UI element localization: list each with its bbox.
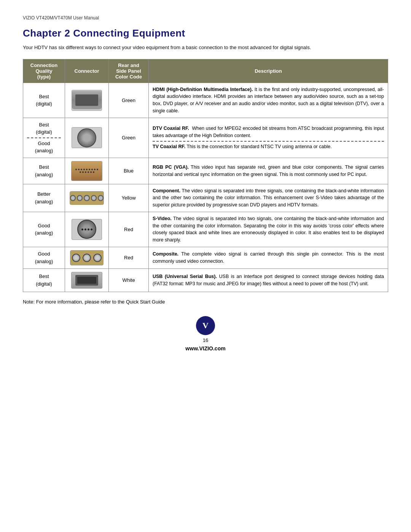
composite-connector-img <box>70 250 104 265</box>
note: Note: For more information, please refer… <box>23 299 388 305</box>
composite-plug-1 <box>72 254 80 262</box>
header-connector: Connector <box>65 59 109 83</box>
connector-vga <box>65 158 109 184</box>
color-yellow: Yellow <box>109 184 149 212</box>
chapter-intro: Your HDTV has six different ways to conn… <box>23 44 388 51</box>
chapter-title: Chapter 2 Connecting Equipment <box>23 27 388 39</box>
desc-coax: DTV Coaxial RF. When used for MPEG2 enco… <box>149 118 388 158</box>
svideo-pins <box>81 228 92 230</box>
coax-divider <box>153 141 384 142</box>
footer-url: www.VIZIO.com <box>185 345 225 351</box>
color-red-2: Red <box>109 247 149 268</box>
vga-shape <box>73 162 101 179</box>
hdmi-shape <box>72 91 102 109</box>
quality-coax: Best(digital) Good(analog) <box>23 118 65 158</box>
color-green-2: Green <box>109 118 149 158</box>
manual-title: VIZIO VT420M/VT470M User Manual <box>23 15 388 21</box>
color-green-1: Green <box>109 83 149 118</box>
desc-hdmi: HDMI (High-Definition Multimedia Interfa… <box>149 83 388 118</box>
header-quality: ConnectionQuality(type) <box>23 59 65 83</box>
table-row-usb: Best(digital) White USB (Universal Seria… <box>23 268 388 292</box>
usb-port-inner <box>77 277 96 284</box>
manual-header: VIZIO VT420M/VT470M User Manual <box>23 15 388 21</box>
color-white: White <box>109 268 149 292</box>
comp-plug-5 <box>98 195 104 201</box>
table-row-composite: Good(analog) Red Composite. The complete… <box>23 247 388 268</box>
comp-plug-1 <box>70 195 76 201</box>
composite-plug-2 <box>83 254 91 262</box>
connector-svideo <box>65 212 109 247</box>
quality-good-analog-composite: Good(analog) <box>23 247 65 268</box>
usb-connector-img <box>71 272 102 289</box>
quality-best-digital-usb: Best(digital) <box>23 268 65 292</box>
comp-plug-3 <box>84 195 89 201</box>
header-description: Description <box>149 59 388 83</box>
usb-port-shape <box>75 275 98 286</box>
vga-pins <box>75 169 98 173</box>
composite-plug-3 <box>93 254 102 262</box>
comp-plug-4 <box>91 195 97 201</box>
connector-coax <box>65 118 109 158</box>
table-row-vga: Best(analog) Blue RGB PC (VGA). This vid… <box>23 158 388 184</box>
page-number: 16 <box>203 337 208 343</box>
connector-hdmi <box>65 83 109 118</box>
desc-vga: RGB PC (VGA). This video input has separ… <box>149 158 388 184</box>
header-color: Rear andSide PanelColor Code <box>109 59 149 83</box>
color-blue: Blue <box>109 158 149 184</box>
connection-table: ConnectionQuality(type) Connector Rear a… <box>23 59 388 292</box>
table-row-component: Better(analog) Yellow Component. The vid… <box>23 184 388 212</box>
coax-connector-img <box>72 127 102 148</box>
connector-composite <box>65 247 109 268</box>
color-red-1: Red <box>109 212 149 247</box>
table-row-coax: Best(digital) Good(analog) Green DTV Coa… <box>23 118 388 158</box>
vizio-logo: V <box>196 316 215 335</box>
quality-best-digital-1: Best(digital) <box>23 83 65 118</box>
desc-usb: USB (Universal Serial Bus). USB is an in… <box>149 268 388 292</box>
table-header-row: ConnectionQuality(type) Connector Rear a… <box>23 59 388 83</box>
vga-connector-img <box>71 161 102 181</box>
desc-composite: Composite. The complete video signal is … <box>149 247 388 268</box>
quality-better-analog: Better(analog) <box>23 184 65 212</box>
comp-plug-2 <box>77 195 83 201</box>
connector-component <box>65 184 109 212</box>
desc-svideo: S-Video. The video signal is separated i… <box>149 212 388 247</box>
footer: V 16 www.VIZIO.com <box>23 316 388 351</box>
coax-shape <box>77 128 96 147</box>
svideo-connector-img <box>72 219 102 240</box>
table-row: Best(digital) Green HDMI (High-Definitio… <box>23 83 388 118</box>
component-connector-img <box>70 191 104 205</box>
hdmi-connector-img <box>72 90 102 111</box>
quality-best-analog-vga: Best(analog) <box>23 158 65 184</box>
table-row-svideo: Good(analog) Red S-Video. The video sig <box>23 212 388 247</box>
svideo-shape <box>77 220 96 239</box>
quality-good-analog-svideo: Good(analog) <box>23 212 65 247</box>
desc-component: Component. The video signal is separated… <box>149 184 388 212</box>
connector-usb <box>65 268 109 292</box>
logo-letter: V <box>202 321 209 331</box>
